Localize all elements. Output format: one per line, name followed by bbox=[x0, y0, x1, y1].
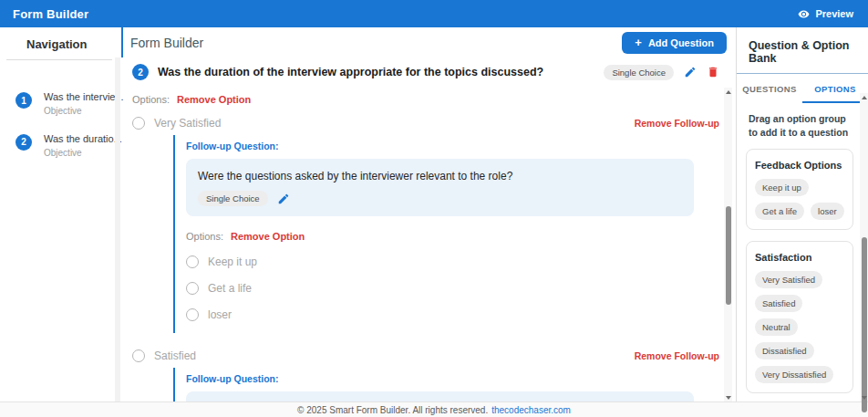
followup-section: Follow-up Question: Did you feel well-in… bbox=[173, 368, 719, 401]
question-option-bank-panel: Question & Option Bank QUESTIONS OPTIONS… bbox=[736, 27, 868, 401]
followup-option-row: Keep it up bbox=[186, 255, 719, 268]
question-number-badge: 1 bbox=[16, 92, 32, 109]
options-label: Options: bbox=[186, 231, 223, 242]
footer: © 2025 Smart Form Builder. All rights re… bbox=[0, 401, 868, 417]
tab-questions[interactable]: QUESTIONS bbox=[737, 74, 802, 103]
bank-title: Question & Option Bank bbox=[737, 27, 868, 74]
question-text: Was the duration of the interview approp… bbox=[158, 66, 543, 78]
question-number-badge: 2 bbox=[16, 134, 32, 151]
tab-options[interactable]: OPTIONS bbox=[802, 74, 868, 103]
option-label[interactable]: Keep it up bbox=[208, 255, 257, 268]
bank-tabs: QUESTIONS OPTIONS bbox=[737, 74, 868, 103]
bank-scrollbar[interactable] bbox=[860, 93, 868, 401]
scrollbar-thumb[interactable] bbox=[862, 237, 867, 412]
radio-button[interactable] bbox=[186, 255, 199, 268]
nav-item-type: Objective bbox=[44, 148, 122, 158]
app-title: Form Builder bbox=[13, 7, 88, 21]
top-bar: Form Builder Preview bbox=[0, 0, 868, 27]
scroll-down-arrow-icon[interactable] bbox=[724, 393, 732, 401]
edit-pencil-icon[interactable] bbox=[277, 193, 290, 205]
option-row-satisfied: Satisfied Remove Follow-up bbox=[132, 349, 719, 362]
navigation-sidebar: Navigation 1 Was the intervie... Objecti… bbox=[0, 27, 121, 401]
scroll-up-arrow-icon[interactable] bbox=[860, 93, 868, 101]
add-question-button[interactable]: + Add Question bbox=[622, 32, 727, 54]
remove-followup-link[interactable]: Remove Follow-up bbox=[635, 350, 719, 361]
navigation-title: Navigation bbox=[6, 27, 112, 60]
preview-button[interactable]: Preview bbox=[798, 8, 853, 20]
bank-hint-text: Drag an option group to add it to a ques… bbox=[737, 103, 868, 141]
options-label: Options: bbox=[132, 94, 170, 105]
option-label[interactable]: Satisfied bbox=[154, 349, 196, 362]
radio-button[interactable] bbox=[186, 282, 199, 295]
option-label[interactable]: loser bbox=[208, 308, 232, 321]
followup-heading: Follow-up Question: bbox=[186, 141, 719, 151]
followup-section: Follow-up Question: Were the questions a… bbox=[173, 135, 719, 333]
option-chip[interactable]: loser bbox=[811, 203, 844, 220]
page-title: Form Builder bbox=[130, 36, 203, 50]
plus-icon: + bbox=[635, 38, 642, 47]
nav-item-question-1[interactable]: 1 Was the intervie... Objective bbox=[0, 82, 121, 124]
scrollbar-thumb[interactable] bbox=[726, 206, 731, 305]
option-row-very-satisfied: Very Satisfied Remove Follow-up bbox=[132, 117, 719, 130]
followup-option-row: loser bbox=[186, 308, 719, 321]
followup-question-box: Did you feel well-informed about the int… bbox=[186, 391, 694, 401]
nav-item-type: Objective bbox=[44, 106, 124, 116]
options-row: Options: Remove Option bbox=[132, 94, 719, 105]
nav-item-label: Was the duratio... bbox=[44, 132, 122, 146]
option-group-title: Feedback Options bbox=[755, 160, 844, 171]
form-builder-panel: Form Builder + Add Question 2 Was the du… bbox=[121, 27, 736, 401]
sidebar-scrollbar-track[interactable] bbox=[115, 57, 120, 401]
remove-option-link[interactable]: Remove Option bbox=[231, 231, 305, 242]
add-question-label: Add Question bbox=[648, 37, 714, 48]
app-root: Form Builder Preview Navigation 1 Was th… bbox=[0, 0, 868, 417]
delete-trash-icon[interactable] bbox=[707, 66, 719, 78]
scroll-up-arrow-icon[interactable] bbox=[724, 88, 732, 96]
main-scrollbar[interactable] bbox=[724, 88, 732, 401]
option-chip[interactable]: Very Satisfied bbox=[755, 271, 822, 288]
options-row: Options: Remove Option bbox=[186, 231, 719, 242]
nav-item-label: Was the intervie... bbox=[44, 90, 124, 104]
radio-button[interactable] bbox=[186, 308, 199, 321]
followup-question-box: Were the questions asked by the intervie… bbox=[186, 159, 694, 216]
radio-button[interactable] bbox=[132, 117, 145, 130]
option-label[interactable]: Get a life bbox=[208, 282, 252, 295]
question-scroll-area: 2 Was the duration of the interview appr… bbox=[121, 57, 736, 401]
option-chip[interactable]: Very Dissatisfied bbox=[755, 366, 833, 383]
nav-item-question-2[interactable]: 2 Was the duratio... Objective bbox=[0, 124, 121, 166]
option-chip[interactable]: Neutral bbox=[755, 318, 798, 336]
scroll-down-arrow-icon[interactable] bbox=[860, 393, 868, 401]
form-builder-header: Form Builder + Add Question bbox=[121, 27, 736, 57]
option-group-title: Satisfaction bbox=[755, 252, 844, 263]
question-header: 2 Was the duration of the interview appr… bbox=[132, 64, 719, 80]
question-number-badge: 2 bbox=[132, 64, 149, 80]
option-group-satisfaction[interactable]: Satisfaction Very Satisfied Satisfied Ne… bbox=[746, 241, 853, 393]
option-chip[interactable]: Get a life bbox=[755, 203, 804, 220]
option-group-list: Feedback Options Keep it up Get a life l… bbox=[737, 141, 868, 401]
edit-pencil-icon[interactable] bbox=[684, 66, 697, 78]
eye-icon bbox=[798, 8, 810, 20]
remove-followup-link[interactable]: Remove Follow-up bbox=[635, 118, 719, 129]
navigation-list: 1 Was the intervie... Objective 2 Was th… bbox=[0, 60, 121, 166]
question-type-badge: Single Choice bbox=[198, 191, 268, 206]
question-type-badge: Single Choice bbox=[604, 65, 674, 80]
option-chip[interactable]: Satisfied bbox=[755, 295, 802, 312]
option-label[interactable]: Very Satisfied bbox=[154, 117, 221, 130]
followup-question-text: Were the questions asked by the intervie… bbox=[198, 170, 682, 182]
radio-button[interactable] bbox=[132, 349, 145, 362]
preview-label: Preview bbox=[815, 8, 853, 19]
remove-option-link[interactable]: Remove Option bbox=[177, 94, 251, 105]
option-chip[interactable]: Dissatisfied bbox=[755, 342, 814, 360]
footer-link[interactable]: thecodechaser.com bbox=[491, 405, 571, 415]
followup-heading: Follow-up Question: bbox=[186, 373, 719, 384]
followup-option-row: Get a life bbox=[186, 282, 719, 295]
option-group-feedback-options[interactable]: Feedback Options Keep it up Get a life l… bbox=[746, 149, 853, 230]
option-chip[interactable]: Keep it up bbox=[755, 179, 809, 196]
footer-text: © 2025 Smart Form Builder. All rights re… bbox=[297, 405, 488, 415]
